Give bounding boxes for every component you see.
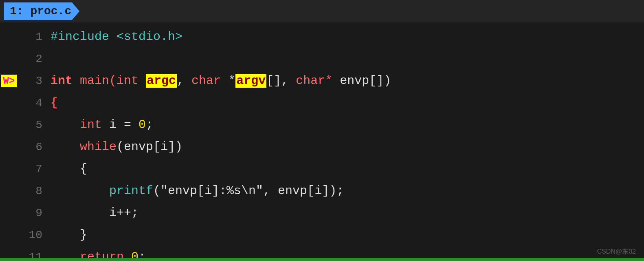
token-int: int	[51, 74, 73, 88]
line-number-2: 2	[18, 53, 51, 65]
token	[51, 140, 80, 154]
code-line-4: 4 {	[0, 92, 644, 114]
token-brace2: {	[80, 162, 87, 176]
token	[51, 206, 109, 220]
token	[51, 228, 80, 242]
line-number-8: 8	[18, 185, 51, 197]
bottom-bar	[0, 258, 644, 261]
token	[51, 118, 80, 132]
token-char: char	[191, 74, 221, 88]
line-number-3: 3	[18, 75, 51, 87]
code-line-2: 2	[0, 48, 644, 70]
code-line-8: 8 printf ("envp[i]:%s\n", envp[i]);	[0, 180, 644, 202]
token: ,	[177, 74, 191, 88]
token-iinc: i++;	[109, 206, 138, 220]
code-line-1: 1 #include <stdio.h>	[0, 26, 644, 48]
token	[51, 184, 109, 198]
token: ;	[146, 118, 153, 132]
code-content-6: while (envp[i])	[51, 140, 644, 154]
token: (envp[i])	[116, 140, 182, 154]
code-line-3: W> 3 int main( int argc , char * argv []…	[0, 70, 644, 92]
code-content-3: int main( int argc , char * argv [], cha…	[51, 74, 644, 88]
line-number-9: 9	[18, 207, 51, 219]
token	[51, 162, 80, 176]
code-content-1: #include <stdio.h>	[51, 30, 644, 44]
token-printf: printf	[109, 184, 153, 198]
code-line-9: 9 i++;	[0, 202, 644, 224]
token-while: while	[80, 140, 116, 154]
token: envp[])	[332, 74, 391, 88]
code-content-5: int i = 0 ;	[51, 118, 644, 132]
editor-container: 1: proc.c 1 #include <stdio.h> 2 W> 3	[0, 0, 644, 261]
code-content-8: printf ("envp[i]:%s\n", envp[i]);	[51, 184, 644, 198]
token	[109, 30, 116, 44]
token-brace-close: }	[80, 228, 87, 242]
watermark: CSDN@东02	[597, 248, 636, 256]
token-zero: 0	[138, 118, 146, 132]
title-bar-wrapper: 1: proc.c	[0, 0, 644, 22]
code-line-7: 7 {	[0, 158, 644, 180]
line-number-6: 6	[18, 141, 51, 153]
token	[138, 74, 146, 88]
token: #include	[51, 30, 109, 44]
token-brace-open: {	[51, 96, 58, 110]
editor-title: 1: proc.c	[10, 5, 71, 18]
w-marker: W>	[1, 75, 17, 87]
code-line-10: 10 }	[0, 224, 644, 246]
code-content-4: {	[51, 96, 644, 110]
gutter-3: W>	[0, 75, 18, 87]
token-char2: char*	[296, 74, 332, 88]
token: i =	[102, 118, 138, 132]
line-number-5: 5	[18, 119, 51, 131]
token: *	[221, 74, 235, 88]
token: <stdio.h>	[116, 30, 182, 44]
code-content-10: }	[51, 228, 644, 242]
token-argv: argv	[235, 74, 266, 88]
token: [],	[266, 74, 296, 88]
line-number-10: 10	[18, 229, 51, 241]
line-number-1: 1	[18, 31, 51, 43]
token-main: main(	[80, 74, 116, 88]
title-bar: 1: proc.c	[4, 2, 79, 20]
code-area: 1 #include <stdio.h> 2 W> 3 int main( i	[0, 22, 644, 261]
code-content-9: i++;	[51, 206, 644, 220]
token-argc: argc	[146, 74, 177, 88]
line-number-7: 7	[18, 163, 51, 175]
token-int3: int	[80, 118, 102, 132]
code-line-5: 5 int i = 0 ;	[0, 114, 644, 136]
code-content-7: {	[51, 162, 644, 176]
token	[73, 74, 80, 88]
line-number-4: 4	[18, 97, 51, 109]
token: ("envp[i]:%s\n", envp[i]);	[153, 184, 344, 198]
code-line-6: 6 while (envp[i])	[0, 136, 644, 158]
token-int2: int	[116, 74, 138, 88]
